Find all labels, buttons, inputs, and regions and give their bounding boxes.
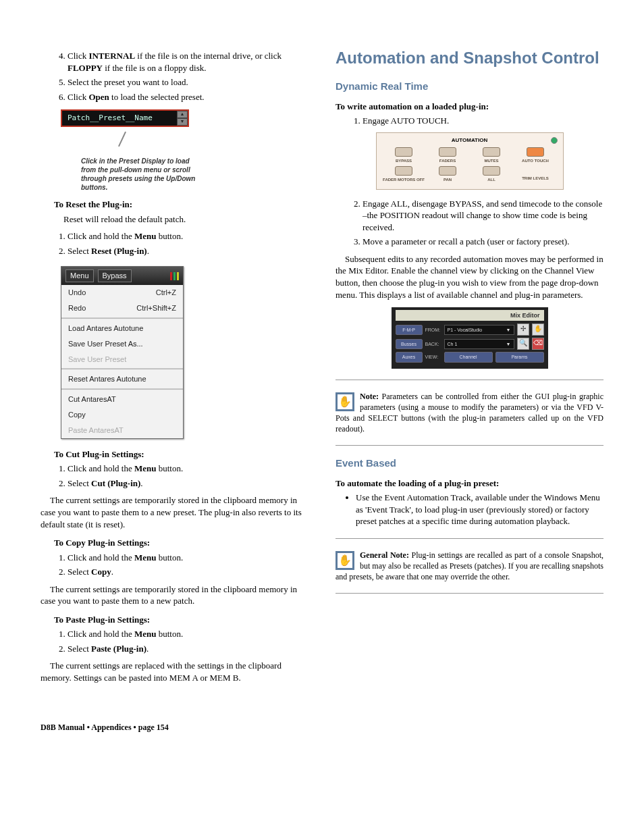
- menu-item-reset[interactable]: Reset Antares Autotune: [61, 371, 183, 387]
- copy-steps: Click and hold the Menu button. Select C…: [41, 552, 308, 578]
- menu-item-save: Save User Preset: [61, 352, 183, 367]
- divider: [336, 445, 603, 446]
- menu-item-cut[interactable]: Cut AntaresAT: [61, 392, 183, 407]
- paste-steps: Click and hold the Menu button. Select P…: [41, 628, 308, 654]
- automation-led-icon: [551, 137, 558, 144]
- all-toggle[interactable]: [483, 166, 500, 176]
- fmp-button[interactable]: F·M·P: [396, 325, 423, 335]
- target-tool-icon[interactable]: ✢: [517, 323, 529, 336]
- preset-up-button[interactable]: ▲: [177, 111, 188, 118]
- section-heading: Automation and Snapshot Control: [336, 47, 603, 69]
- paste-step-1: Click and hold the Menu button.: [68, 628, 308, 640]
- erase-tool-icon[interactable]: ⌫: [532, 338, 544, 350]
- automation-panel: AUTOMATION BYPASS FADERS MUTES AUTO TOUC…: [376, 132, 564, 190]
- faders-toggle[interactable]: [439, 147, 456, 157]
- cut-heading: To Cut Plug-in Settings:: [54, 448, 308, 461]
- menu-item-redo[interactable]: RedoCtrl+Shift+Z: [61, 301, 183, 316]
- bypass-button[interactable]: Bypass: [98, 269, 132, 282]
- step-4: Click INTERNAL if the file is on the int…: [68, 50, 308, 74]
- menu-header: Menu Bypass: [61, 267, 183, 285]
- copy-step-1: Click and hold the Menu button.: [68, 552, 308, 564]
- preset-display[interactable]: Patch__Preset__Name ▲ ▼: [61, 109, 189, 127]
- preset-caption: Click in the Preset Display to load from…: [81, 157, 196, 192]
- event-heading: To automate the loading of a plug-in pre…: [336, 477, 603, 490]
- reset-step-1: Click and hold the Menu button.: [68, 230, 308, 242]
- reset-steps: Click and hold the Menu button. Select R…: [41, 230, 308, 257]
- divider: [336, 380, 603, 380]
- auxes-button[interactable]: Auxes: [396, 352, 423, 362]
- write-auto-heading: To write automation on a loaded plug-in:: [336, 101, 603, 113]
- from-dropdown[interactable]: P1 - VocalStudio▼: [444, 325, 514, 335]
- divider: [336, 593, 603, 594]
- menu-item-copy[interactable]: Copy: [61, 407, 183, 423]
- pan-toggle[interactable]: [439, 166, 456, 176]
- menu-item-paste: Paste AntaresAT: [61, 423, 183, 438]
- cut-steps: Click and hold the Menu button. Select C…: [41, 463, 308, 489]
- event-bullets: Use the Event Automation Track, availabl…: [336, 492, 603, 527]
- write-auto-steps: Engage AUTO TOUCH.: [336, 115, 603, 127]
- reset-body: Reset will reload the default patch.: [63, 213, 308, 226]
- write-step-3: Move a parameter or recall a patch (user…: [363, 236, 603, 248]
- busses-button[interactable]: Busses: [396, 339, 423, 349]
- mix-editor-title: Mix Editor: [396, 310, 544, 321]
- event-bullet-1: Use the Event Automation Track, availabl…: [356, 492, 603, 527]
- hand-note-icon: ✋: [336, 392, 354, 411]
- params-tab[interactable]: Params: [495, 352, 544, 362]
- caption-pointer: [118, 132, 126, 147]
- autotouch-toggle[interactable]: [527, 147, 544, 157]
- left-column: Click INTERNAL if the file is on the int…: [41, 47, 308, 688]
- hand-tool-icon[interactable]: ✋: [532, 323, 544, 336]
- reset-heading: To Reset the Plug-in:: [54, 199, 308, 211]
- fadermotors-toggle[interactable]: [395, 166, 412, 176]
- preset-name-field[interactable]: Patch__Preset__Name: [62, 113, 177, 124]
- paste-heading: To Paste Plug-in Settings:: [54, 614, 308, 626]
- subsection-dynamic: Dynamic Real Time: [336, 80, 603, 93]
- note-box-2: ✋ General Note: Plug-in settings are rec…: [336, 550, 603, 583]
- copy-heading: To Copy Plug-in Settings:: [54, 537, 308, 549]
- cut-step-2: Select Cut (Plug-in).: [68, 477, 308, 490]
- channel-tab[interactable]: Channel: [444, 352, 493, 362]
- step-5: Select the preset you want to load.: [68, 76, 308, 88]
- reset-step-2: Select Reset (Plug-in).: [68, 245, 308, 257]
- paste-body: The current settings are replaced with t…: [41, 660, 308, 683]
- note-box-1: ✋ Note: Parameters can be controlled fro…: [336, 391, 603, 435]
- menu-button[interactable]: Menu: [65, 269, 94, 282]
- preset-display-widget: Patch__Preset__Name ▲ ▼: [61, 109, 189, 127]
- mutes-toggle[interactable]: [483, 147, 500, 157]
- automation-panel-title: AUTOMATION: [382, 137, 558, 145]
- menu-item-undo[interactable]: UndoCtrl+Z: [61, 285, 183, 301]
- cut-body: The current settings are temporarily sto…: [41, 494, 308, 530]
- copy-step-2: Select Copy.: [68, 566, 308, 578]
- menu-item-load[interactable]: Load Antares Autotune: [61, 321, 183, 336]
- copy-body: The current settings are temporarily sto…: [41, 583, 308, 607]
- write-step-2: Engage ALL, disengage BYPASS, and send t…: [363, 198, 603, 234]
- subsection-event: Event Based: [336, 457, 603, 470]
- page-footer: D8B Manual • Appendices • page 154: [41, 722, 603, 733]
- bypass-toggle[interactable]: [395, 147, 412, 157]
- paste-step-2: Select Paste (Plug-in).: [68, 643, 308, 655]
- right-column: Automation and Snapshot Control Dynamic …: [336, 47, 603, 688]
- divider: [336, 538, 603, 539]
- zoom-tool-icon[interactable]: 🔍: [517, 338, 529, 350]
- preset-down-button[interactable]: ▼: [177, 118, 188, 126]
- menu-item-save-as[interactable]: Save User Preset As...: [61, 336, 183, 352]
- back-dropdown[interactable]: Ch 1▼: [444, 339, 514, 349]
- write-auto-steps-cont: Engage ALL, disengage BYPASS, and send t…: [336, 198, 603, 248]
- write-step-1: Engage AUTO TOUCH.: [363, 115, 603, 127]
- mix-editor-paragraph: Subsequent edits to any recorded automat…: [336, 253, 603, 301]
- step-6: Click Open to load the selected preset.: [68, 91, 308, 103]
- load-steps-continued: Click INTERNAL if the file is on the int…: [41, 50, 308, 103]
- menu-dropdown: Menu Bypass UndoCtrl+Z RedoCtrl+Shift+Z …: [61, 266, 184, 438]
- cut-step-1: Click and hold the Menu button.: [68, 463, 308, 475]
- hand-note-icon: ✋: [336, 551, 354, 570]
- mix-editor-panel: Mix Editor F·M·P FROM: P1 - VocalStudio▼…: [392, 307, 548, 369]
